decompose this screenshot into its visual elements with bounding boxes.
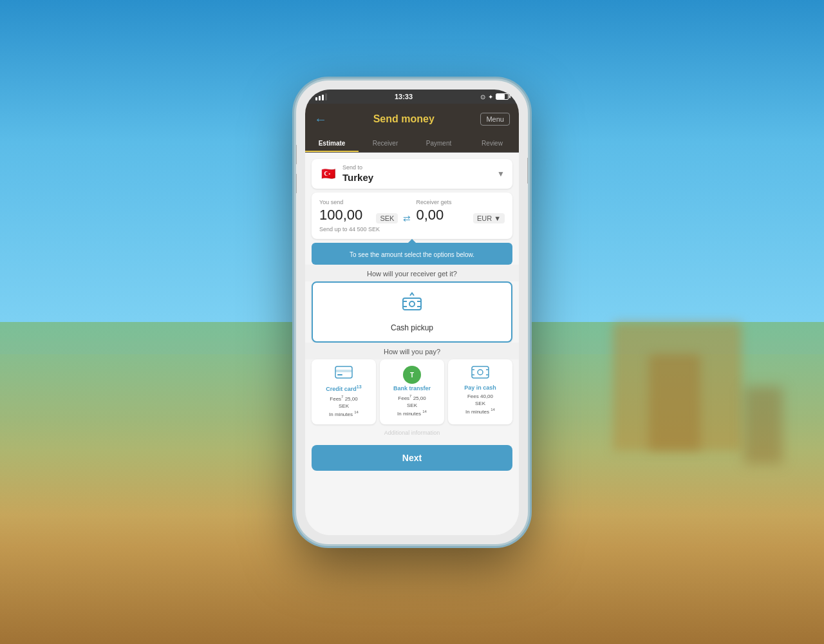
signal-bar-1 — [315, 97, 317, 100]
location-icon: ⊙ — [480, 93, 485, 100]
credit-card-name: Credit card13 — [315, 384, 372, 392]
you-send-col: You send 100,00 — [319, 199, 371, 223]
amount-row: You send 100,00 SEK ⇄ Receiver gets 0,00 — [319, 199, 505, 223]
app-header: ← Send money Menu — [305, 104, 519, 135]
svg-point-10 — [478, 370, 483, 375]
back-button[interactable]: ← — [314, 112, 327, 127]
tab-bar: Estimate Receiver Payment Review — [305, 135, 519, 153]
receiver-currency: EUR — [477, 214, 492, 222]
status-bar: 13:33 ⊙ ✦ — [305, 90, 519, 104]
cash-pickup-icon — [322, 292, 502, 319]
trustly-icon: T — [403, 366, 421, 384]
you-send-currency-selector[interactable]: SEK — [376, 213, 398, 223]
you-send-value[interactable]: 100,00 — [319, 207, 371, 223]
send-to-label: Send to — [342, 164, 373, 171]
pay-cash-name: Pay in cash — [452, 384, 509, 391]
send-limit: Send up to 44 500 SEK — [319, 226, 505, 232]
main-content: 🇹🇷 Send to Turkey ▼ — [305, 153, 519, 521]
status-time: 13:33 — [395, 93, 413, 100]
bank-transfer-option[interactable]: T Bank transfer Fees7 25,00 SEK In minut… — [380, 359, 444, 424]
cash-pickup-label: Cash pickup — [322, 323, 502, 332]
receiver-gets-value[interactable]: 0,00 — [416, 207, 467, 223]
signal-bar-4 — [325, 93, 327, 100]
pay-section-label: How will you pay? — [305, 343, 519, 359]
svg-rect-9 — [472, 366, 489, 378]
credit-card-icon — [315, 366, 372, 382]
phone-screen: 13:33 ⊙ ✦ ← Send money Menu — [305, 90, 519, 535]
receiver-gets-label: Receiver gets — [416, 199, 467, 205]
pay-cash-fees: Fees 40,00 SEK In minutes 14 — [452, 393, 509, 415]
tab-review[interactable]: Review — [465, 135, 519, 152]
you-send-label: You send — [319, 199, 371, 205]
swap-icon[interactable]: ⇄ — [403, 213, 411, 223]
cash-icon — [452, 366, 509, 382]
tab-receiver[interactable]: Receiver — [359, 135, 412, 152]
signal-indicator — [315, 93, 327, 100]
receiver-currency-selector[interactable]: EUR ▼ — [473, 213, 505, 223]
country-flag: 🇹🇷 — [319, 165, 337, 183]
menu-button[interactable]: Menu — [480, 113, 510, 126]
receiver-gets-col: Receiver gets 0,00 — [416, 199, 467, 223]
scene-container: 13:33 ⊙ ✦ ← Send money Menu — [0, 0, 824, 644]
send-to-country: Turkey — [342, 172, 373, 183]
additional-info: Additional information — [305, 424, 519, 441]
receiver-section-label: How will your receiver get it? — [305, 265, 519, 281]
bank-transfer-fees: Fees7 25,00 SEK In minutes 14 — [384, 393, 440, 417]
cash-pickup-option[interactable]: Cash pickup — [312, 281, 512, 343]
send-to-inner: 🇹🇷 Send to Turkey — [319, 164, 373, 184]
svg-rect-8 — [337, 374, 342, 375]
send-to-section[interactable]: 🇹🇷 Send to Turkey ▼ — [312, 159, 512, 189]
bank-transfer-name: Bank transfer — [384, 385, 440, 392]
svg-rect-0 — [403, 298, 421, 310]
svg-point-1 — [409, 301, 415, 307]
battery-fill — [496, 94, 505, 99]
send-to-info: Send to Turkey — [342, 164, 373, 184]
svg-rect-7 — [335, 370, 352, 372]
status-icons: ⊙ ✦ — [480, 93, 509, 100]
signal-bar-3 — [322, 95, 324, 100]
tab-payment[interactable]: Payment — [412, 135, 465, 152]
battery-icon — [496, 93, 509, 100]
pay-cash-option[interactable]: Pay in cash Fees 40,00 SEK In minutes 14 — [448, 359, 512, 424]
you-send-currency: SEK — [380, 214, 394, 222]
credit-card-option[interactable]: Credit card13 Fees7 25,00 SEK In minutes… — [312, 359, 376, 424]
bluetooth-icon: ✦ — [488, 93, 493, 100]
info-bar: To see the amount select the options bel… — [312, 243, 512, 265]
send-to-chevron-icon: ▼ — [497, 169, 505, 178]
info-bar-text: To see the amount select the options bel… — [350, 251, 474, 258]
currency-chevron-icon: ▼ — [494, 214, 501, 222]
credit-card-fees: Fees7 25,00 SEK In minutes 14 — [315, 394, 372, 418]
payment-options: Credit card13 Fees7 25,00 SEK In minutes… — [312, 359, 512, 424]
tab-estimate[interactable]: Estimate — [305, 135, 359, 152]
app-title: Send money — [373, 113, 435, 125]
phone-shell: 13:33 ⊙ ✦ ← Send money Menu — [296, 80, 528, 544]
next-button[interactable]: Next — [312, 445, 512, 471]
amount-section: You send 100,00 SEK ⇄ Receiver gets 0,00 — [312, 193, 512, 239]
signal-bar-2 — [319, 96, 321, 100]
